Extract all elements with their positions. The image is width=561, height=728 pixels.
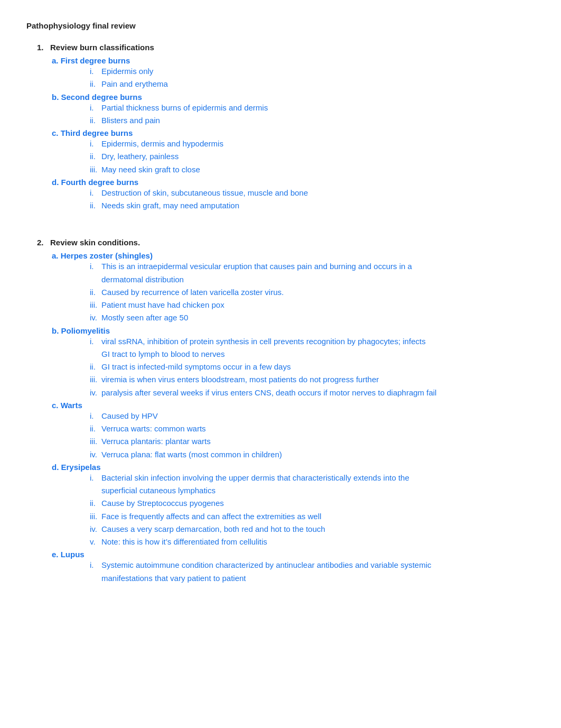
subsection-label-2-2: c. Warts	[52, 401, 535, 410]
page-title: Pathophysiology final review	[26, 21, 535, 30]
list-item: ii.Dry, leathery, painless	[52, 150, 535, 162]
subsection-2-d: d. Erysipelasi.Bacterial skin infection …	[26, 463, 535, 548]
list-item: i.Bacterial skin infection involving the…	[52, 472, 535, 484]
subsection-label-2-1: b. Poliomyelitis	[52, 326, 535, 335]
list-item: i.Systemic autoimmune condition characte…	[52, 559, 535, 571]
list-item: ii.Caused by recurrence of laten varicel…	[52, 286, 535, 298]
subsection-2-c: c. Wartsi.Caused by HPVii.Verruca warts:…	[26, 401, 535, 460]
subsection-label-2-0: a. Herpes zoster (shingles)	[52, 251, 535, 260]
subsection-1-a: a. First degree burnsi.Epidermis onlyii.…	[26, 56, 535, 90]
subsection-1-c: c. Third degree burnsi.Epidermis, dermis…	[26, 128, 535, 176]
subsection-label-1-3: d. Fourth degree burns	[52, 178, 535, 187]
list-item-cont: dermatomal distribution	[52, 273, 535, 285]
list-item-cont: superficial cutaneous lymphatics	[52, 484, 535, 496]
list-item: i.Epidermis only	[52, 65, 535, 77]
section-1-header: 1. Review burn classifications	[37, 43, 535, 52]
list-item: i.This is an intraepidermal vesicular er…	[52, 260, 535, 272]
subsection-1-d: d. Fourth degree burnsi.Destruction of s…	[26, 178, 535, 212]
subsection-label-2-3: d. Erysipelas	[52, 463, 535, 472]
list-item: i.viral ssRNA, inhibition of protein syn…	[52, 335, 535, 347]
list-item: i.Caused by HPV	[52, 410, 535, 422]
list-item: ii.GI tract is infected-mild symptoms oc…	[52, 361, 535, 373]
list-item: v.Note: this is how it’s differentiated …	[52, 536, 535, 548]
section-2-header: 2. Review skin conditions.	[37, 238, 535, 247]
list-item-cont: manifestations that vary patient to pati…	[52, 572, 535, 584]
list-item: ii.Pain and erythema	[52, 78, 535, 90]
list-item: iv.Causes a very scarp demarcation, both…	[52, 523, 535, 535]
section-number: 1.	[37, 43, 50, 52]
list-item: i.Epidermis, dermis and hypodermis	[52, 137, 535, 150]
subsection-1-b: b. Second degree burnsi.Partial thicknes…	[26, 93, 535, 127]
list-item: iv.Verruca plana: flat warts (most commo…	[52, 448, 535, 460]
list-item: ii.Blisters and pain	[52, 114, 535, 126]
list-item: i.Destruction of skin, subcutaneous tiss…	[52, 187, 535, 199]
list-item: iii.May need skin graft to close	[52, 163, 535, 176]
subsection-2-e: e. Lupusi.Systemic autoimmune condition …	[26, 550, 535, 584]
section-2: 2. Review skin conditions.a. Herpes zost…	[26, 238, 535, 584]
list-item: i.Partial thickness burns of epidermis a…	[52, 102, 535, 114]
list-item: iii.viremia is when virus enters bloodst…	[52, 373, 535, 385]
list-item: ii.Verruca warts: common warts	[52, 422, 535, 435]
subsection-2-a: a. Herpes zoster (shingles)i.This is an …	[26, 251, 535, 324]
list-item: iii.Verruca plantaris: plantar warts	[52, 435, 535, 447]
subsection-label-1-2: c. Third degree burns	[52, 128, 535, 137]
list-item: iv.paralysis after several weeks if viru…	[52, 386, 535, 399]
subsection-label-1-0: a. First degree burns	[52, 56, 535, 65]
section-number: 2.	[37, 238, 50, 247]
list-item: ii.Cause by Streptococcus pyogenes	[52, 497, 535, 509]
list-item-cont: GI tract to lymph to blood to nerves	[52, 348, 535, 360]
list-item: iii.Face is frequently affects and can a…	[52, 510, 535, 522]
subsection-label-1-1: b. Second degree burns	[52, 93, 535, 102]
list-item: iii.Patient must have had chicken pox	[52, 299, 535, 311]
section-1: 1. Review burn classificationsa. First d…	[26, 43, 535, 223]
list-item: ii.Needs skin graft, may need amputation	[52, 199, 535, 211]
subsection-2-b: b. Poliomyelitisi.viral ssRNA, inhibitio…	[26, 326, 535, 399]
list-item: iv.Mostly seen after age 50	[52, 311, 535, 324]
subsection-label-2-4: e. Lupus	[52, 550, 535, 559]
